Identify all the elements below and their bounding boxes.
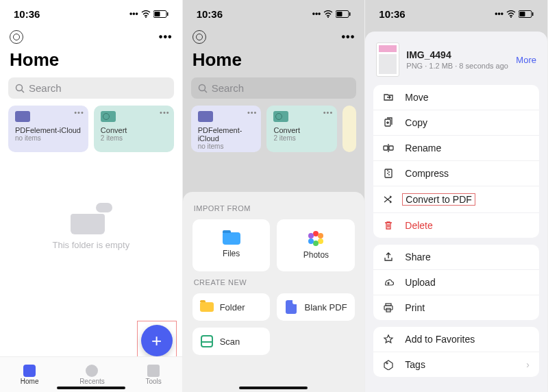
star-icon — [383, 334, 395, 345]
action-convert-pdf[interactable]: Convert to PDF — [373, 186, 539, 213]
more-link[interactable]: More — [516, 55, 536, 65]
photos-icon — [308, 231, 323, 246]
card-sub: 2 items — [273, 134, 330, 142]
add-button[interactable]: + — [141, 325, 173, 356]
action-label: Delete — [405, 220, 432, 231]
status-time: 10:36 — [14, 8, 40, 20]
home-indicator — [57, 387, 125, 389]
battery-icon — [519, 10, 534, 18]
home-icon — [23, 365, 36, 377]
wifi-icon — [141, 10, 151, 18]
search-icon — [198, 84, 208, 93]
action-label: Upload — [405, 277, 435, 288]
tab-label: Home — [21, 378, 39, 385]
card-menu-icon[interactable]: ••• — [160, 108, 170, 117]
card-name: Convert — [101, 126, 167, 134]
tile-label: Scan — [220, 336, 240, 347]
status-bar: 10:36 ••• — [365, 0, 547, 27]
folder-card-convert[interactable]: ••• Convert 2 items — [94, 106, 174, 152]
action-label: Add to Favorites — [405, 334, 475, 345]
file-header: IMG_4494 PNG · 1.2 MB · 8 seconds ago Mo… — [373, 38, 539, 85]
svg-point-0 — [145, 16, 147, 18]
tab-recents[interactable]: Recents — [79, 365, 105, 385]
profile-icon[interactable] — [192, 30, 206, 44]
svg-rect-9 — [337, 12, 342, 16]
tab-tools[interactable]: Tools — [145, 365, 161, 385]
action-share[interactable]: Share — [373, 245, 539, 270]
home-indicator — [239, 387, 308, 389]
svg-rect-15 — [519, 12, 525, 16]
create-folder[interactable]: Folder — [192, 293, 271, 321]
search-input[interactable]: Search — [8, 77, 174, 99]
import-files[interactable]: Files — [192, 219, 271, 271]
file-name: IMG_4494 — [406, 49, 509, 60]
screen-import-sheet: 10:36 ••• ••• Home Search ••• PDFelement… — [183, 0, 366, 392]
import-row: Files Photos — [192, 219, 356, 271]
folder-card-pdfelement[interactable]: ••• PDFelement-iCloud no items — [8, 106, 88, 152]
status-time: 10:36 — [379, 8, 405, 20]
pdf-icon — [286, 300, 297, 314]
battery-icon — [153, 10, 169, 18]
create-blank-pdf[interactable]: Blank PDF — [277, 293, 355, 321]
action-label: Move — [405, 92, 428, 103]
svg-rect-2 — [167, 12, 169, 16]
action-group-3: Add to Favorites Tags› — [373, 327, 539, 377]
action-tags[interactable]: Tags› — [373, 352, 539, 377]
more-icon[interactable]: ••• — [342, 31, 356, 43]
folder-icon — [273, 111, 288, 122]
folder-icon — [101, 111, 116, 122]
share-icon — [383, 252, 395, 262]
print-icon — [383, 302, 395, 313]
card-menu-icon[interactable]: ••• — [323, 108, 334, 117]
battery-icon — [336, 10, 351, 18]
tag-icon — [383, 359, 395, 370]
svg-line-11 — [204, 90, 207, 93]
create-scan[interactable]: Scan — [192, 328, 271, 355]
action-label: Compress — [405, 168, 449, 179]
cellular-icon: ••• — [312, 9, 321, 19]
action-print[interactable]: Print — [373, 295, 539, 320]
compress-icon — [383, 168, 395, 179]
card-menu-icon[interactable]: ••• — [247, 108, 258, 117]
more-icon[interactable]: ••• — [159, 31, 173, 43]
header: ••• — [183, 27, 365, 44]
card-menu-icon[interactable]: ••• — [74, 108, 84, 117]
action-group-1: Move Copy Rename Compress Convert to PDF… — [373, 85, 539, 238]
action-delete[interactable]: Delete — [373, 213, 539, 238]
search-placeholder: Search — [29, 82, 62, 94]
import-label: IMPORT FROM — [194, 204, 354, 212]
action-rename[interactable]: Rename — [373, 136, 539, 161]
action-move[interactable]: Move — [373, 85, 539, 110]
card-name: Convert — [273, 126, 330, 134]
upload-icon — [383, 277, 395, 288]
action-compress[interactable]: Compress — [373, 161, 539, 186]
svg-point-12 — [510, 16, 512, 18]
folder-cards: ••• PDFelement-iCloud no items ••• Conve… — [183, 106, 365, 152]
import-photos[interactable]: Photos — [277, 219, 355, 271]
action-copy[interactable]: Copy — [373, 110, 539, 136]
folder-card-convert[interactable]: ••• Convert 2 items — [266, 106, 337, 152]
status-icons: ••• — [129, 9, 169, 19]
cellular-icon: ••• — [129, 9, 138, 19]
action-label: Tags — [405, 359, 425, 370]
svg-rect-3 — [154, 12, 160, 16]
card-name: PDFelement-iCloud — [15, 126, 82, 134]
card-sub: no items — [15, 134, 82, 142]
folder-card-extra[interactable] — [342, 106, 356, 152]
folder-card-pdfelement[interactable]: ••• PDFelement-iCloud no items — [191, 106, 262, 152]
folder-icon — [198, 111, 213, 122]
create-row-2: Scan — [192, 328, 356, 355]
profile-icon[interactable] — [10, 30, 23, 44]
card-name: PDFelement-iCloud — [198, 126, 255, 143]
bottom-sheet: IMPORT FROM Files Photos CREATE NEW Fold… — [183, 192, 365, 392]
empty-text: This folder is empty — [0, 240, 182, 250]
status-bar: 10:36 ••• — [183, 0, 365, 27]
card-sub: 2 items — [101, 134, 167, 142]
action-favorite[interactable]: Add to Favorites — [373, 327, 539, 352]
action-upload[interactable]: Upload — [373, 270, 539, 295]
screen-home: 10:36 ••• ••• Home Search ••• PDFelement… — [0, 0, 183, 392]
files-icon — [223, 232, 240, 245]
svg-line-5 — [22, 90, 25, 93]
tab-home[interactable]: Home — [21, 365, 39, 385]
search-input[interactable]: Search — [191, 77, 357, 99]
